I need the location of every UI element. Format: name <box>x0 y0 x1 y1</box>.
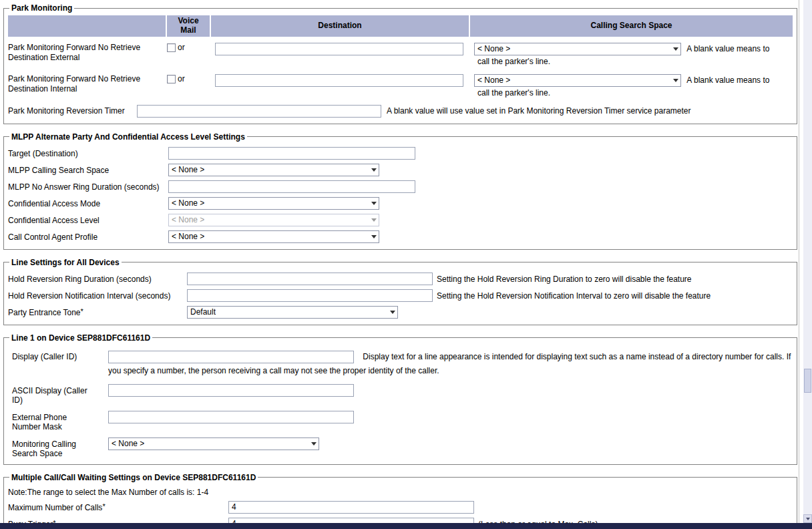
chevron-down-icon <box>371 235 377 241</box>
monitoring-css-label: Monitoring Calling Search Space <box>12 437 108 458</box>
hold-reversion-ring-label: Hold Reversion Ring Duration (seconds) <box>8 273 187 284</box>
hold-reversion-interval-label: Hold Reversion Notification Interval (se… <box>8 289 187 301</box>
park-external-css-select[interactable]: < None > <box>474 43 681 55</box>
select-value: < None > <box>172 215 204 224</box>
mlpp-css-select[interactable]: < None > <box>168 164 379 176</box>
column-header-destination: Destination <box>211 15 469 37</box>
busy-trigger-label: Busy Trigger* <box>8 518 228 523</box>
park-internal-voicemail-checkbox[interactable] <box>167 75 176 83</box>
reversion-timer-label: Park Monitoring Reversion Timer <box>8 106 137 116</box>
or-label: or <box>178 43 185 53</box>
mlpp-section: MLPP Alternate Party And Confidential Ac… <box>3 132 797 250</box>
required-mark: * <box>81 307 83 315</box>
select-value: < None > <box>172 165 204 174</box>
park-external-css-note1: A blank value means to <box>686 44 769 53</box>
external-phone-number-mask-input[interactable] <box>108 411 354 423</box>
reversion-timer-input[interactable] <box>137 105 381 118</box>
line1-title: Line 1 on Device SEP881DFC61161D <box>9 333 152 343</box>
chevron-down-icon <box>673 79 678 85</box>
mlpp-ring-duration-input[interactable] <box>168 180 415 193</box>
call-control-agent-profile-select[interactable]: < None > <box>168 230 379 243</box>
select-value: < None > <box>477 74 510 87</box>
party-entrance-tone-label: Party Entrance Tone* <box>8 306 187 317</box>
confidential-access-mode-label: Confidential Access Mode <box>8 197 168 208</box>
multi-call-title: Multiple Call/Call Waiting Settings on D… <box>9 473 258 482</box>
display-caller-id-input[interactable] <box>108 351 354 363</box>
confidential-access-level-label: Confidential Access Level <box>8 214 168 225</box>
busy-trigger-input[interactable] <box>228 518 474 523</box>
vertical-scrollbar[interactable] <box>803 0 812 523</box>
arrow-down-icon <box>806 518 810 522</box>
scrollbar-thumb[interactable] <box>804 369 811 393</box>
mlpp-title: MLPP Alternate Party And Confidential Ac… <box>9 132 247 142</box>
scroll-down-button[interactable] <box>803 514 812 523</box>
park-internal-css-note1: A blank value means to <box>686 75 769 85</box>
hold-reversion-interval-input[interactable] <box>187 289 433 302</box>
mlpp-target-label: Target (Destination) <box>8 147 168 158</box>
park-internal-destination-input[interactable] <box>215 74 463 87</box>
confidential-access-level-select: < None > <box>168 214 379 226</box>
reversion-timer-note: A blank value will use value set in Park… <box>387 106 691 116</box>
column-header-empty <box>8 15 166 37</box>
confidential-access-mode-select[interactable]: < None > <box>168 197 379 210</box>
monitoring-css-select[interactable]: < None > <box>108 437 319 450</box>
chevron-down-icon <box>390 311 395 317</box>
park-internal-css-note2: call the parker's line. <box>477 88 550 98</box>
park-external-label: Park Monitoring Forward No Retrieve Dest… <box>8 37 166 68</box>
select-value: < None > <box>172 198 204 208</box>
chevron-down-icon <box>371 218 377 224</box>
hold-reversion-ring-input[interactable] <box>187 273 433 285</box>
page-content: Park Monitoring Voice Mail Destination C… <box>0 0 799 523</box>
hold-reversion-ring-note: Setting the Hold Reversion Ring Duration… <box>437 273 692 284</box>
chevron-down-icon <box>371 202 377 208</box>
ascii-display-label: ASCII Display (Caller ID) <box>12 384 108 405</box>
party-entrance-tone-select[interactable]: Default <box>187 306 398 319</box>
max-calls-range-note: Note:The range to select the Max Number … <box>8 488 793 497</box>
park-external-destination-input[interactable] <box>215 43 463 55</box>
select-value: < None > <box>172 232 204 241</box>
column-header-calling-search-space: Calling Search Space <box>470 15 793 37</box>
required-mark: * <box>102 502 105 510</box>
line1-section: Line 1 on Device SEP881DFC61161D Display… <box>3 333 797 465</box>
mlpp-ring-duration-label: MLPP No Answer Ring Duration (seconds) <box>8 180 168 192</box>
park-internal-css-select[interactable]: < None > <box>474 74 681 87</box>
external-phone-number-mask-label: External Phone Number Mask <box>12 411 108 431</box>
multi-call-section: Multiple Call/Call Waiting Settings on D… <box>3 473 797 523</box>
park-monitoring-section: Park Monitoring Voice Mail Destination C… <box>3 3 797 124</box>
call-control-agent-profile-label: Call Control Agent Profile <box>8 230 168 242</box>
or-label: or <box>178 74 185 84</box>
select-value: < None > <box>112 439 144 448</box>
mlpp-css-label: MLPP Calling Search Space <box>8 164 168 175</box>
park-external-voicemail-checkbox[interactable] <box>167 43 176 52</box>
select-value: Default <box>190 307 216 317</box>
bottom-bar <box>0 523 812 529</box>
maximum-number-of-calls-input[interactable] <box>228 501 474 514</box>
mlpp-target-input[interactable] <box>168 147 415 160</box>
select-value: < None > <box>477 43 510 55</box>
hold-reversion-interval-note: Setting the Hold Reversion Notification … <box>437 289 710 301</box>
ascii-display-input[interactable] <box>108 384 354 397</box>
chevron-down-icon <box>311 442 317 448</box>
display-caller-id-label: Display (Caller ID) <box>12 350 108 361</box>
park-internal-label: Park Monitoring Forward No Retrieve Dest… <box>8 68 166 100</box>
column-header-voice-mail: Voice Mail <box>167 15 210 37</box>
line-settings-section: Line Settings for All Devices Hold Rever… <box>3 258 797 325</box>
busy-trigger-note: (Less than or equal to Max. Calls) <box>478 518 598 523</box>
chevron-down-icon <box>371 168 377 174</box>
maximum-number-of-calls-label: Maximum Number of Calls* <box>8 501 228 512</box>
chevron-down-icon <box>673 47 678 53</box>
park-monitoring-title: Park Monitoring <box>9 3 74 13</box>
line-settings-title: Line Settings for All Devices <box>9 258 122 267</box>
park-external-css-note2: call the parker's line. <box>477 57 550 66</box>
park-monitoring-table: Voice Mail Destination Calling Search Sp… <box>8 15 793 100</box>
